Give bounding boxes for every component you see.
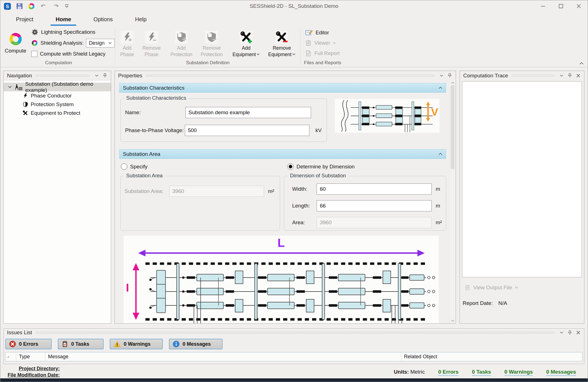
- voltage-field[interactable]: [185, 125, 309, 136]
- panel-grip[interactable]: [511, 74, 555, 77]
- shielding-mode-select[interactable]: Design: [86, 39, 114, 47]
- undo-icon[interactable]: [40, 3, 47, 9]
- issues-close-button[interactable]: [575, 330, 581, 336]
- substation-voltage-schematic: V: [335, 99, 439, 133]
- tree-item-protection-system[interactable]: Protection System: [4, 100, 111, 109]
- panel-grip[interactable]: [146, 74, 435, 77]
- issues-col-related-object[interactable]: Related Object: [401, 352, 582, 361]
- tasks-filter-label: 0 Tasks: [71, 341, 89, 347]
- tree-item-substation[interactable]: Substation (Substation demo example): [4, 83, 111, 91]
- panel-grip[interactable]: [35, 331, 555, 334]
- name-field[interactable]: [185, 107, 311, 118]
- warnings-filter-label: 0 Warnings: [124, 341, 150, 347]
- length-unit: m: [436, 203, 440, 209]
- scrollbar-thumb[interactable]: [451, 85, 455, 169]
- properties-title: Properties: [118, 73, 142, 79]
- tab-home[interactable]: Home: [44, 14, 82, 26]
- issues-col-selector[interactable]: [6, 352, 16, 361]
- minimize-button[interactable]: [534, 0, 552, 12]
- warnings-filter-button[interactable]: 0 Warnings: [110, 339, 163, 349]
- errors-filter-button[interactable]: 0 Errors: [5, 339, 52, 349]
- navigation-menu-button[interactable]: [94, 73, 100, 79]
- chevron-up-icon[interactable]: [438, 153, 443, 155]
- window-title: SESShield-2D - SL_Substation Demo: [0, 3, 588, 9]
- add-equipment-button[interactable]: Add Equipment: [228, 28, 264, 58]
- issues-col-message[interactable]: Message: [45, 352, 401, 361]
- chevron-down-icon: [292, 53, 295, 55]
- remove-equipment-label-2: Equipment: [268, 51, 291, 58]
- maximize-button[interactable]: [552, 0, 570, 12]
- tools-minus-icon: [275, 31, 288, 44]
- file-modification-date-label: File Modification Date:: [8, 372, 60, 378]
- chevron-up-icon: [579, 62, 584, 65]
- app-logo-icon[interactable]: S: [4, 3, 11, 10]
- status-tasks-link[interactable]: 0 Tasks: [472, 369, 491, 376]
- chevron-down-icon: [333, 42, 336, 44]
- viewer-button[interactable]: Viewer: [305, 38, 340, 48]
- compute-ring-icon: [9, 32, 23, 46]
- issues-col-type[interactable]: Type: [16, 352, 45, 361]
- properties-scrollbar[interactable]: [449, 80, 456, 323]
- quick-access-customize-icon[interactable]: [64, 4, 69, 8]
- warning-icon: [114, 341, 121, 347]
- trace-menu-button[interactable]: [558, 73, 565, 79]
- column-header-label: Message: [48, 354, 68, 360]
- width-field[interactable]: [317, 183, 432, 195]
- units-value: Metric: [410, 369, 425, 375]
- add-phase-button[interactable]: Add Phase: [116, 28, 138, 58]
- group-label-files-reports: Files and Reports: [301, 60, 344, 67]
- remove-equipment-button[interactable]: Remove Equipment: [264, 28, 300, 58]
- section-header-substation-area[interactable]: Substation Area: [119, 149, 446, 159]
- view-output-file-label: View Output File: [473, 285, 512, 291]
- tree-item-equipment-to-protect[interactable]: Equipment to Protect: [4, 109, 111, 117]
- redo-icon[interactable]: [52, 3, 59, 9]
- scroll-up-icon[interactable]: [451, 82, 455, 84]
- panel-grip[interactable]: [35, 74, 90, 77]
- chevron-up-icon[interactable]: [438, 87, 443, 89]
- editor-button[interactable]: Editor: [305, 28, 340, 38]
- scroll-down-icon[interactable]: [451, 319, 455, 322]
- close-icon: [576, 331, 580, 335]
- ribbon-separator: [300, 29, 300, 65]
- issues-table-header: Type Message Related Object: [5, 352, 582, 361]
- remove-phase-button[interactable]: Remove Phase: [138, 28, 165, 58]
- remove-protection-button[interactable]: Remove Protection: [197, 28, 227, 58]
- issues-pin-button[interactable]: [567, 330, 573, 336]
- compute-button[interactable]: Compute: [3, 32, 31, 54]
- tree-expander-icon[interactable]: [8, 86, 12, 88]
- trace-pin-button[interactable]: [567, 73, 573, 79]
- shield-legacy-checkbox[interactable]: [31, 51, 37, 57]
- length-field[interactable]: [317, 200, 432, 211]
- properties-menu-button[interactable]: [438, 73, 444, 79]
- view-output-file-button[interactable]: View Output File: [465, 285, 582, 291]
- tab-project[interactable]: Project: [5, 14, 44, 26]
- add-protection-label-1: Add: [177, 45, 186, 51]
- chevron-down-icon: [560, 331, 563, 334]
- status-errors-link[interactable]: 0 Errors: [438, 369, 458, 376]
- tab-options[interactable]: Options: [82, 14, 124, 26]
- tasks-filter-button[interactable]: 0 Tasks: [58, 339, 104, 349]
- full-report-button[interactable]: Full Report: [305, 49, 340, 58]
- ses-ring-icon[interactable]: [28, 3, 35, 10]
- save-icon[interactable]: [16, 3, 23, 9]
- close-button[interactable]: [570, 0, 588, 12]
- section-header-substation-characteristics[interactable]: Substation Characteristics: [119, 83, 446, 93]
- trace-close-button[interactable]: [575, 73, 581, 79]
- status-warnings-link[interactable]: 0 Warnings: [505, 369, 533, 376]
- computation-trace-output[interactable]: [462, 81, 582, 277]
- lightning-specifications-button[interactable]: Lightning Specifications: [31, 27, 114, 37]
- tab-help[interactable]: Help: [124, 14, 158, 26]
- add-equipment-label-1: Add: [242, 45, 250, 51]
- messages-filter-label: 0 Messages: [183, 341, 211, 347]
- ribbon-collapse-button[interactable]: [579, 62, 584, 65]
- specify-radio[interactable]: [121, 163, 127, 170]
- properties-pin-button[interactable]: [447, 73, 453, 79]
- navigation-pin-button[interactable]: [102, 73, 108, 79]
- issues-list-panel: Issues List 0 Errors 0 Tasks 0 Warnings …: [3, 328, 584, 364]
- determine-by-dimension-radio[interactable]: [287, 163, 294, 170]
- add-protection-button[interactable]: Add Protection: [166, 28, 197, 58]
- issues-menu-button[interactable]: [558, 330, 565, 336]
- status-messages-link[interactable]: 0 Messages: [546, 369, 576, 376]
- messages-filter-button[interactable]: 0 Messages: [169, 339, 223, 349]
- shield-plus-icon: [175, 31, 188, 44]
